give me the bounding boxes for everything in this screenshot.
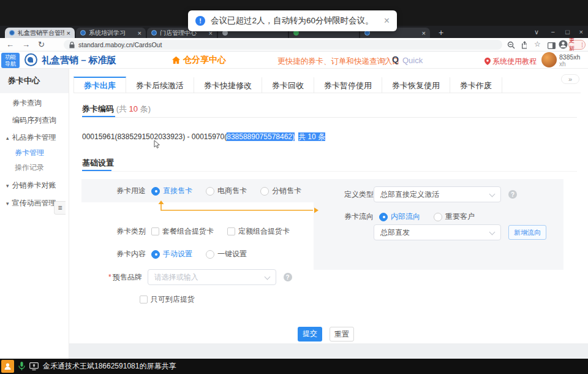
window-close-button[interactable]: ×: [579, 28, 583, 37]
field-label: 券卡用途: [116, 186, 146, 196]
radio-on-icon: [379, 213, 388, 221]
new-tab-button[interactable]: +: [439, 28, 443, 37]
more-menu-icon: ⋮: [579, 42, 585, 48]
radio-important-customer[interactable]: 重要客户: [434, 212, 475, 222]
select-placeholder: 请选择或输入: [154, 272, 198, 283]
forward-icon[interactable]: →: [22, 40, 30, 50]
app-logo-icon: [24, 53, 37, 66]
sidebar-item-operation-log[interactable]: 操作记录: [15, 162, 44, 173]
sidepanel-icon[interactable]: [548, 40, 556, 52]
tab-close-icon[interactable]: ×: [138, 29, 141, 37]
sidebar-item-card-management[interactable]: 券卡管理: [15, 148, 44, 158]
radio-off-icon: [260, 187, 269, 196]
add-flow-button[interactable]: 新增流向: [508, 225, 546, 240]
radio-direct-sale[interactable]: 直接售卡: [151, 186, 192, 196]
profile-avatar-icon[interactable]: [559, 40, 568, 52]
selected-code-text: 8385889075578462): [227, 132, 295, 141]
tab-card-resume[interactable]: 券卡恢复使用: [382, 77, 450, 93]
zoom-icon[interactable]: [507, 40, 515, 52]
quick-label[interactable]: Quick: [402, 56, 423, 65]
radio-distribution-sale[interactable]: 分销售卡: [260, 186, 301, 196]
radio-one-click-setup[interactable]: 一键设置: [206, 249, 247, 259]
define-type-row: 定义类型 总部直接定义激活 ?: [344, 186, 517, 202]
count-badge: 共 10 条: [298, 132, 325, 141]
help-icon[interactable]: ?: [508, 190, 517, 199]
checkbox-icon: [227, 227, 235, 235]
sidebar-collapse-handle[interactable]: ≡: [54, 201, 66, 215]
help-icon[interactable]: ?: [284, 273, 292, 281]
card-flow-row: 券卡流向 内部流向 重要客户: [344, 212, 488, 222]
share-center-link[interactable]: 仓分享中心: [172, 55, 226, 66]
radio-off-icon: [206, 250, 214, 259]
browser-tab-2[interactable]: 系统培训学习 ×: [76, 28, 146, 38]
tab-close-icon[interactable]: ×: [422, 29, 426, 37]
tab-title: 礼盒营销平台管理中心: [18, 29, 64, 37]
radio-internal-flow[interactable]: 内部流向: [379, 212, 420, 222]
main-content: 券卡出库 券卡后续激活 券卡快捷修改 券卡回收 券卡暂停使用 券卡恢复使用 券卡…: [69, 69, 588, 343]
tab-favicon: [9, 30, 15, 36]
share-icon[interactable]: [521, 40, 529, 52]
quick-search-icon[interactable]: Q: [392, 55, 399, 64]
tab-card-outbound[interactable]: 券卡出库: [74, 77, 126, 93]
sidebar: 券卡中心 券卡查询 编码序列查询 ▴礼品券卡管理 券卡管理 操作记录 ▾分销券卡…: [0, 69, 69, 359]
section-title-card-codes: 券卡编码 (共 10 条): [82, 104, 151, 115]
sharer-avatar-icon: [1, 360, 14, 373]
user-name: 8385xh: [559, 53, 580, 61]
bookmark-star-icon[interactable]: ☆: [534, 40, 541, 48]
chrome-update-button[interactable]: 更新 ⋮: [568, 40, 586, 50]
tab-card-recycle[interactable]: 券卡回收: [262, 77, 314, 93]
address-bar[interactable]: standard.maboy.cn/CardsOut: [64, 40, 502, 50]
tab-card-void[interactable]: 券卡作废: [450, 77, 502, 93]
screen: 礼盒营销平台管理中心 × 系统培训学习 × 门店管理中心 × × + ∨ −: [0, 0, 588, 374]
sidebar-item-card-query[interactable]: 券卡查询: [12, 98, 42, 109]
card-tabs: 券卡出库 券卡后续激活 券卡快捷修改 券卡回收 券卡暂停使用 券卡恢复使用 券卡…: [74, 77, 581, 93]
sidebar-group-distribution-reconciliation[interactable]: ▾分销券卡对账: [6, 180, 56, 191]
user-subname: xh: [559, 61, 566, 67]
radio-manual-setup[interactable]: 手动设置: [151, 249, 192, 259]
back-icon[interactable]: ←: [6, 40, 14, 50]
expand-more-button[interactable]: »: [561, 74, 579, 84]
flow-select[interactable]: 总部直发: [374, 224, 501, 240]
toast-close-icon[interactable]: ×: [384, 16, 390, 26]
checkbox-package-combo-card[interactable]: 套餐组合提货卡: [151, 226, 214, 237]
checkbox-fixed-amount-combo-card[interactable]: 定额组合提货卡: [227, 226, 290, 237]
tab-card-suspend[interactable]: 券卡暂停使用: [314, 77, 382, 93]
chevron-down-icon: [264, 274, 270, 280]
share-bar-text: 金禾通技术王斌18662591081的屏幕共享: [43, 361, 176, 372]
presale-brand-select[interactable]: 请选择或输入: [148, 269, 276, 285]
pointing-hand-icon: ☞: [380, 55, 388, 65]
user-avatar[interactable]: [541, 52, 557, 67]
warehouse-icon: [172, 56, 181, 64]
mouse-cursor-icon: [154, 140, 161, 151]
expand-arrow-icon: ▾: [6, 183, 9, 189]
tab-close-icon[interactable]: ×: [67, 29, 70, 37]
refresh-icon[interactable]: ↻: [38, 40, 45, 50]
sidebar-group-promo-animation-management[interactable]: ▾宣传动画管理: [6, 198, 56, 208]
sidebar-item-code-sequence-query[interactable]: 编码序列查询: [12, 115, 56, 126]
app-body: 券卡中心 券卡查询 编码序列查询 ▴礼品券卡管理 券卡管理 操作记录 ▾分销券卡…: [0, 69, 588, 359]
sidebar-group-gift-card-management[interactable]: ▴礼品券卡管理: [6, 132, 56, 143]
browser-menu-chevron-icon[interactable]: ∨: [534, 28, 539, 37]
reset-button[interactable]: 重置: [330, 327, 354, 342]
section-title-basic-settings: 基础设置: [82, 158, 114, 169]
submit-button[interactable]: 提交: [298, 327, 322, 342]
window-maximize-button[interactable]: □: [565, 28, 570, 37]
function-nav-button[interactable]: 功能 导航: [1, 53, 20, 68]
screen-share-icon: [29, 362, 39, 370]
system-tutorial-link[interactable]: 系统使用教程: [492, 56, 537, 67]
sidebar-title: 券卡中心: [0, 69, 69, 93]
checkbox-icon: [140, 296, 148, 303]
window-minimize-button[interactable]: −: [551, 28, 555, 37]
define-type-select[interactable]: 总部直接定义激活: [374, 186, 501, 202]
toast-message: 会议已超过2人，自动转为60分钟限时会议。: [211, 15, 374, 26]
field-label: 券卡类别: [116, 226, 146, 237]
checkbox-store-pickup-only[interactable]: 只可到店提货: [140, 294, 195, 305]
tab-card-quick-edit[interactable]: 券卡快捷修改: [194, 77, 262, 93]
screen-share-bar: 金禾通技术王斌18662591081的屏幕共享: [0, 359, 588, 374]
radio-ecommerce-sale[interactable]: 电商售卡: [206, 186, 247, 196]
expand-arrow-icon: ▾: [6, 200, 9, 207]
tab-card-later-activation[interactable]: 券卡后续激活: [126, 77, 194, 93]
codes-count: 10: [129, 104, 138, 113]
browser-tab-1[interactable]: 礼盒营销平台管理中心 ×: [5, 28, 75, 38]
divider: [82, 117, 577, 118]
